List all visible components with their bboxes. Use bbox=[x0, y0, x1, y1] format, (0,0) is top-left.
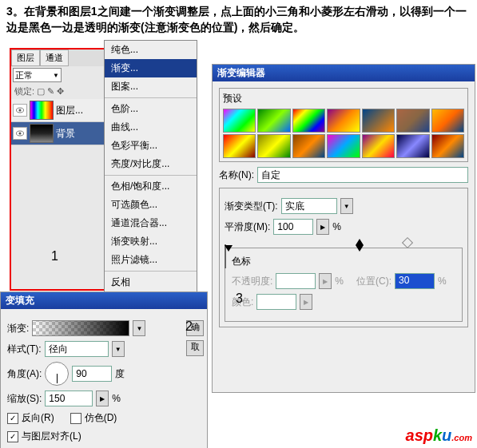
menu-item-colorbalance[interactable]: 色彩平衡... bbox=[105, 137, 197, 155]
dialog-title: 渐变编辑器 bbox=[213, 65, 475, 81]
menu-item-channelmixer[interactable]: 通道混合器... bbox=[105, 214, 197, 232]
layer-name: 图层... bbox=[56, 104, 83, 117]
style-select[interactable]: 径向 bbox=[45, 341, 109, 357]
name-input[interactable]: 自定 bbox=[257, 167, 468, 183]
stepper-icon[interactable]: ▶ bbox=[316, 219, 329, 235]
preset-label: 预设 bbox=[223, 92, 464, 105]
dither-checkbox[interactable] bbox=[70, 413, 81, 424]
chevron-down-icon[interactable]: ▼ bbox=[340, 198, 353, 214]
layer-thumb bbox=[30, 124, 54, 143]
menu-item-gradientmap[interactable]: 渐变映射... bbox=[105, 232, 197, 251]
type-label: 渐变类型(T): bbox=[225, 200, 278, 213]
angle-input[interactable]: 90 bbox=[72, 366, 112, 382]
dither-label: 仿色(D) bbox=[85, 411, 117, 425]
preset-swatch[interactable] bbox=[292, 109, 325, 133]
preset-swatch[interactable] bbox=[257, 134, 290, 158]
layer-name: 背景 bbox=[56, 127, 75, 141]
preset-swatch[interactable] bbox=[292, 134, 325, 158]
gradient-editor-dialog: 渐变编辑器 预设 名称(N): 自定 bbox=[212, 64, 475, 393]
blend-mode-select[interactable]: 正常▼ bbox=[13, 68, 62, 82]
position-input[interactable]: 30 bbox=[395, 273, 435, 289]
scale-label: 缩放(S): bbox=[7, 392, 42, 406]
chevron-down-icon[interactable]: ▼ bbox=[112, 341, 125, 357]
color-stop-icon[interactable] bbox=[225, 245, 233, 252]
preset-swatch[interactable] bbox=[223, 109, 256, 133]
preset-swatch[interactable] bbox=[257, 109, 290, 133]
tab-channels[interactable]: 通道 bbox=[40, 50, 69, 66]
menu-item-selective[interactable]: 可选颜色... bbox=[105, 196, 197, 214]
menu-item-photofilter[interactable]: 照片滤镜... bbox=[105, 251, 197, 269]
menu-item-curves[interactable]: 曲线... bbox=[105, 118, 197, 137]
menu-item-brightness[interactable]: 亮度/对比度... bbox=[105, 155, 197, 173]
layer-thumb bbox=[30, 101, 54, 120]
preset-swatch[interactable] bbox=[431, 109, 464, 133]
annotation-2: 2 bbox=[185, 319, 193, 334]
midpoint-stop-icon[interactable] bbox=[401, 237, 412, 248]
stops-label: 色标 bbox=[232, 255, 455, 268]
preset-box: 预设 bbox=[219, 88, 468, 162]
reverse-checkbox[interactable]: ✓ bbox=[7, 413, 18, 424]
menu-item-gradient[interactable]: 渐变... bbox=[105, 59, 197, 77]
smooth-label: 平滑度(M): bbox=[225, 220, 270, 234]
type-select[interactable]: 实底 bbox=[281, 198, 337, 214]
preset-swatch[interactable] bbox=[396, 134, 429, 158]
stepper-icon: ▶ bbox=[300, 294, 312, 310]
preset-swatch[interactable] bbox=[396, 109, 429, 133]
menu-item-solid[interactable]: 纯色... bbox=[105, 41, 197, 59]
menu-item-levels[interactable]: 色阶... bbox=[105, 100, 197, 118]
tab-layers[interactable]: 图层 bbox=[11, 50, 40, 66]
chevron-down-icon[interactable]: ▼ bbox=[133, 320, 145, 336]
visibility-eye-icon[interactable] bbox=[13, 127, 27, 140]
layer-item[interactable]: 图层... bbox=[11, 99, 111, 122]
angle-label: 角度(A): bbox=[7, 367, 42, 381]
preset-swatch[interactable] bbox=[362, 134, 395, 158]
lock-paint-icon[interactable]: ✎ bbox=[47, 86, 54, 97]
color-input bbox=[256, 294, 296, 310]
position-label: 位置(C): bbox=[356, 275, 392, 288]
stepper-icon: ▶ bbox=[319, 273, 332, 289]
gradient-fill-dialog: 变填充 渐变: ▼ 样式(T): 径向 ▼ 角度(A): 90 度 缩放(S):… bbox=[0, 291, 208, 448]
instruction-text: 3。在背景和图层1之间建一个渐变调整层，点上面的小三角和小菱形左右滑动，以得到一… bbox=[0, 0, 477, 39]
layers-panel: 图层 通道 正常▼ 锁定: ▢ ✎ ✥ 图层... 背景 1 bbox=[10, 48, 113, 291]
align-label: 与图层对齐(L) bbox=[22, 430, 81, 443]
layer-item[interactable]: 背景 bbox=[11, 122, 111, 145]
menu-item-pattern[interactable]: 图案... bbox=[105, 77, 197, 96]
visibility-eye-icon[interactable] bbox=[13, 104, 27, 117]
lock-transparency-icon[interactable]: ▢ bbox=[37, 86, 45, 97]
name-label: 名称(N): bbox=[219, 168, 254, 182]
watermark: aspku.com bbox=[406, 426, 473, 445]
preset-swatch[interactable] bbox=[362, 109, 395, 133]
style-label: 样式(T): bbox=[7, 343, 42, 356]
gradient-preview[interactable] bbox=[32, 320, 129, 336]
annotation-3: 3 bbox=[236, 291, 243, 306]
opacity-input bbox=[276, 273, 316, 289]
annotation-1: 1 bbox=[51, 249, 58, 264]
preset-swatch[interactable] bbox=[223, 134, 256, 158]
reverse-label: 反向(R) bbox=[22, 411, 54, 425]
dialog-title: 变填充 bbox=[1, 292, 207, 309]
lock-move-icon[interactable]: ✥ bbox=[57, 86, 64, 97]
preset-swatch[interactable] bbox=[431, 134, 464, 158]
grad-label: 渐变: bbox=[7, 322, 29, 335]
preset-swatch[interactable] bbox=[327, 134, 360, 158]
smooth-input[interactable]: 100 bbox=[273, 219, 313, 235]
align-checkbox[interactable]: ✓ bbox=[7, 431, 18, 442]
scale-input[interactable]: 150 bbox=[45, 391, 93, 406]
angle-dial[interactable] bbox=[45, 362, 69, 386]
color-stop-icon[interactable] bbox=[356, 245, 364, 252]
menu-item-invert[interactable]: 反相 bbox=[105, 273, 197, 291]
stepper-icon[interactable]: ▶ bbox=[96, 391, 109, 406]
opacity-label: 不透明度: bbox=[232, 275, 272, 288]
lock-row: 锁定: ▢ ✎ ✥ bbox=[11, 84, 111, 99]
preset-swatch[interactable] bbox=[327, 109, 360, 133]
menu-item-hue[interactable]: 色相/饱和度... bbox=[105, 177, 197, 196]
cancel-button[interactable]: 取 bbox=[186, 340, 204, 356]
adjustment-menu: 纯色... 渐变... 图案... 色阶... 曲线... 色彩平衡... 亮度… bbox=[104, 40, 197, 329]
